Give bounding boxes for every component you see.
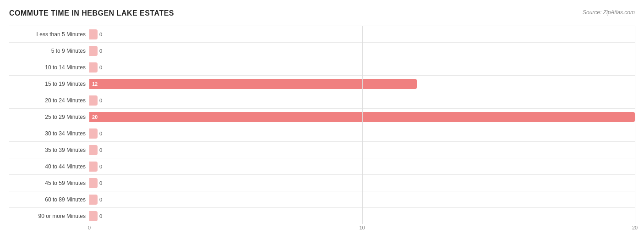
table-row: 5 to 9 Minutes0 [9, 42, 635, 59]
bar-container: 0 [89, 92, 635, 108]
x-axis-tick: 10 [359, 225, 365, 230]
bar-container: 0 [89, 142, 635, 158]
bar [89, 46, 98, 56]
table-row: 60 to 89 Minutes0 [9, 191, 635, 207]
bar-container: 0 [89, 208, 635, 224]
chart-source: Source: ZipAtlas.com [583, 9, 635, 16]
table-row: 20 to 24 Minutes0 [9, 92, 635, 108]
x-axis-tick: 20 [632, 225, 638, 230]
grid-line [635, 26, 635, 224]
bar-container: 0 [89, 59, 635, 75]
bar-value-label: 0 [99, 98, 102, 103]
chart-area: Less than 5 Minutes05 to 9 Minutes010 to… [9, 26, 635, 224]
x-axis-tick: 0 [88, 225, 91, 230]
bar-value-label: 0 [99, 131, 102, 136]
table-row: 35 to 39 Minutes0 [9, 141, 635, 158]
row-label: 40 to 44 Minutes [9, 163, 89, 170]
table-row: 40 to 44 Minutes0 [9, 158, 635, 174]
row-label: 35 to 39 Minutes [9, 147, 89, 153]
table-row: 90 or more Minutes0 [9, 207, 635, 224]
bar [89, 62, 98, 73]
bar [89, 128, 98, 139]
row-label: 15 to 19 Minutes [9, 81, 89, 87]
table-row: 45 to 59 Minutes0 [9, 174, 635, 191]
table-row: Less than 5 Minutes0 [9, 26, 635, 42]
bar-container: 0 [89, 125, 635, 141]
row-label: 25 to 29 Minutes [9, 114, 89, 120]
row-label: 45 to 59 Minutes [9, 180, 89, 186]
bar-value-label: 0 [99, 164, 102, 169]
chart-header: COMMUTE TIME IN HEBGEN LAKE ESTATES Sour… [9, 9, 635, 17]
table-row: 25 to 29 Minutes20 [9, 108, 635, 125]
bar-value-label: 20 [89, 114, 98, 120]
table-row: 30 to 34 Minutes0 [9, 125, 635, 141]
bar-value-label: 0 [99, 180, 102, 186]
bar-value-label: 0 [99, 48, 102, 54]
bar [89, 162, 98, 172]
bar-value-label: 12 [89, 81, 98, 87]
x-axis: 01020 [89, 225, 635, 234]
bar-container: 0 [89, 158, 635, 174]
bar: 20 [89, 112, 635, 122]
chart-wrapper: COMMUTE TIME IN HEBGEN LAKE ESTATES Sour… [9, 9, 635, 234]
row-label: 60 to 89 Minutes [9, 196, 89, 203]
bar-value-label: 0 [99, 32, 102, 37]
table-row: 15 to 19 Minutes12 [9, 75, 635, 92]
bar-container: 12 [89, 76, 635, 92]
bar-value-label: 0 [99, 213, 102, 219]
bar [89, 29, 98, 39]
bar-value-label: 0 [99, 147, 102, 153]
bar-container: 0 [89, 43, 635, 59]
row-label: 20 to 24 Minutes [9, 97, 89, 104]
bar [89, 95, 98, 106]
row-label: 5 to 9 Minutes [9, 48, 89, 54]
bar [89, 178, 98, 188]
table-row: 10 to 14 Minutes0 [9, 59, 635, 75]
row-label: 90 or more Minutes [9, 213, 89, 219]
chart-title: COMMUTE TIME IN HEBGEN LAKE ESTATES [9, 9, 174, 17]
bar [89, 211, 98, 221]
bar-value-label: 0 [99, 197, 102, 202]
bar-container: 0 [89, 191, 635, 207]
bar: 12 [89, 79, 417, 89]
bar [89, 195, 98, 205]
row-label: Less than 5 Minutes [9, 31, 89, 38]
bar-container: 0 [89, 26, 635, 42]
bar-container: 0 [89, 175, 635, 191]
bar [89, 145, 98, 155]
row-label: 10 to 14 Minutes [9, 64, 89, 71]
row-label: 30 to 34 Minutes [9, 130, 89, 137]
bar-container: 20 [89, 109, 635, 125]
bar-value-label: 0 [99, 65, 102, 70]
